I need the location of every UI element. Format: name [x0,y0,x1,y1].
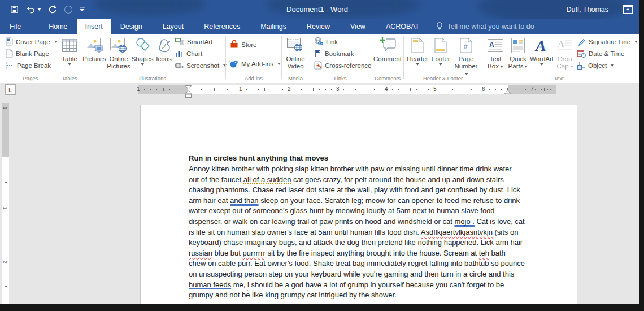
icons-button[interactable]: Icons [154,35,174,63]
cover-page-button[interactable]: Cover Page [6,36,58,47]
h-ruler-number: 5 [433,86,437,92]
page-break-button[interactable]: Page Break [6,60,51,71]
smartart-icon [175,38,184,45]
group-label-text: Text [483,75,634,81]
cross-reference-button[interactable]: Cross-reference [314,60,371,71]
shapes-icon [134,35,150,55]
group-links: Link Bookmark Cross-reference Links [311,34,370,83]
comment-button[interactable]: Comment [372,35,403,63]
online-pictures-button[interactable]: Online Pictures [106,35,131,70]
table-button[interactable]: Table [59,35,80,67]
screenshot-camera-icon [175,62,184,69]
signature-line-icon [577,38,586,46]
document-text-line: water except out of someone's glass hunt… [189,206,534,217]
tab-review[interactable]: Review [299,19,338,34]
pictures-button[interactable]: Pictures [82,35,106,63]
touch-mode-icon[interactable] [64,5,73,14]
tab-insert[interactable]: Insert [77,19,111,34]
redo-icon[interactable] [48,5,57,14]
dropdown-caret-icon [634,41,638,45]
tab-layout[interactable]: Layout [155,19,192,34]
link-button[interactable]: Link [314,36,338,47]
date-time-button[interactable]: Date & Time [577,48,624,59]
word-window: Document1 - Word Duff, Thomas [0,0,644,311]
my-addins-icon [230,60,238,68]
indent-markers[interactable] [185,85,192,99]
wordart-icon: A [533,35,550,55]
tell-me-label: Tell me what you want to do [447,23,534,31]
cross-reference-icon [314,61,322,70]
table-icon [62,35,77,55]
store-button[interactable]: Store [230,39,257,50]
title-bar: Document1 - Word Duff, Thomas [0,0,644,19]
v-ruler-number: 1 [2,106,8,109]
online-pictures-icon [110,35,127,55]
tab-acrobat[interactable]: ACROBAT [378,19,428,34]
tell-me-box[interactable]: Tell me what you want to do [427,19,534,34]
footer-button[interactable]: Footer [429,35,452,67]
tab-file[interactable]: File [0,19,31,34]
date-time-icon [577,50,586,58]
dropdown-caret-icon [416,63,419,67]
screenshot-button[interactable]: Screenshot [175,60,227,71]
tab-mailings[interactable]: Mailings [253,19,294,34]
dropdown-caret-icon [68,63,71,67]
tab-references[interactable]: References [196,19,248,34]
group-label-comments: Comments [372,75,403,81]
object-button[interactable]: Object [577,60,614,71]
dropdown-caret-icon [439,63,442,67]
signed-in-user[interactable]: Duff, Thomas [566,6,608,14]
dropdown-caret-icon [540,63,543,67]
tab-design[interactable]: Design [112,19,150,34]
document-text-line: chew on cable purr. Eat owner's food. Sh… [189,259,534,270]
save-icon[interactable] [10,5,19,14]
dropdown-caret-icon [277,63,281,67]
document-area: 112 Run in circles hunt anything that mo… [0,105,644,311]
dropdown-caret-icon [611,64,614,68]
drop-cap-label: Drop Cap [555,55,575,70]
undo-dropdown-icon[interactable] [37,8,41,11]
header-icon [411,35,424,55]
online-video-button[interactable]: Online Video [283,35,308,70]
text-box-button[interactable]: A Text Box [484,35,507,70]
document-page[interactable]: Run in circles hunt anything that moves … [140,105,577,311]
blank-page-button[interactable]: Blank Page [6,48,49,59]
v-ruler[interactable]: 112 [2,103,9,307]
drop-cap-button[interactable]: A Drop Cap [554,35,576,70]
h-ruler-number: 1 [137,86,140,92]
h-ruler[interactable]: 11234567 [138,85,556,94]
chart-icon [175,50,184,57]
ribbon: Cover Page Blank Page Page Break Pages T… [0,34,644,83]
group-label-illustrations: Illustrations [81,75,224,81]
group-comments: Comment Comments [372,34,403,83]
smartart-button[interactable]: SmartArt [175,36,212,47]
tab-view[interactable]: View [342,19,373,34]
page-number-button[interactable]: # Page Number [452,35,480,77]
group-label-addins: Add-ins [227,75,281,81]
window-title: Document1 - Word [0,0,634,19]
ribbon-tab-bar: File Home Insert Design Layout Reference… [0,19,644,34]
quick-parts-icon [511,35,525,55]
ribbon-display-options-icon[interactable] [623,5,633,14]
drop-cap-icon: A [558,35,572,55]
document-text[interactable]: Run in circles hunt anything that moves … [189,154,534,301]
group-label-tables: Tables [59,75,80,81]
right-indent-marker[interactable] [504,90,511,94]
document-text-line: is life sit on human slap owner's face a… [189,228,534,239]
header-button[interactable]: Header [406,35,429,67]
signature-line-button[interactable]: Signature Line [577,36,638,47]
chart-button[interactable]: Chart [175,48,202,59]
wordart-button[interactable]: A WordArt [529,35,554,67]
customize-qat-icon[interactable] [80,7,85,12]
tab-home[interactable]: Home [41,19,75,34]
quick-parts-button[interactable]: Quick Parts [507,35,529,70]
online-video-icon [287,35,304,55]
shapes-button[interactable]: Shapes [131,35,154,67]
tab-stop-selector[interactable]: L [5,84,16,95]
bookmark-button[interactable]: Bookmark [314,48,354,59]
my-addins-button[interactable]: My Add-ins [230,58,281,69]
h-ruler-number: 6 [482,86,485,92]
dropdown-caret-icon [141,63,144,67]
undo-icon[interactable] [25,5,35,14]
group-text: A Text Box Quick Parts A WordArt A [483,34,634,83]
